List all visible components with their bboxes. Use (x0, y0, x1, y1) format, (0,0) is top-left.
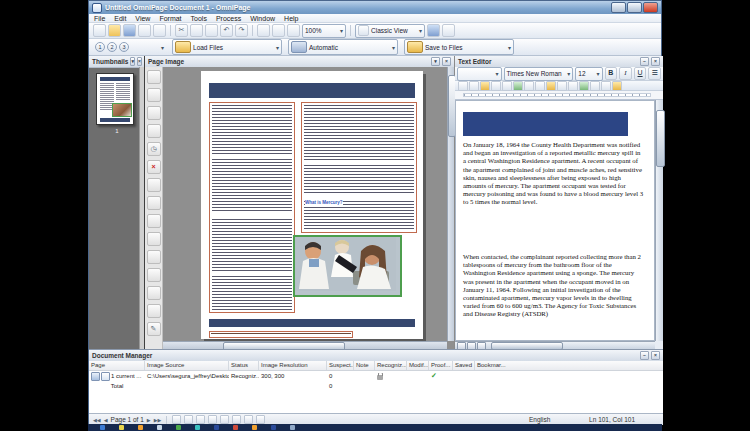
first-page-button[interactable]: ◀◀ (93, 417, 101, 423)
proofread-icon[interactable] (546, 81, 556, 91)
col-proofed[interactable]: Proof... (429, 361, 453, 370)
taskbar-app-icon[interactable] (119, 425, 124, 430)
table-zone-icon[interactable] (147, 214, 161, 228)
save-to-files-select[interactable]: Save to Files ▾ (404, 39, 514, 55)
menu-tools[interactable]: Tools (191, 15, 207, 22)
page-thumbnail[interactable] (96, 73, 134, 125)
numbering-icon[interactable] (568, 81, 578, 91)
page-image-canvas[interactable]: What is Mercury? (163, 67, 454, 349)
taskbar-app-icon[interactable] (138, 425, 143, 430)
reading-order-icon[interactable] (612, 81, 622, 91)
undo-icon[interactable]: ↶ (220, 24, 233, 37)
mark-text-icon[interactable] (458, 81, 468, 91)
load-files-select[interactable]: Load Files ▾ (172, 39, 282, 55)
paste-icon[interactable] (205, 24, 218, 37)
edit-image-icon[interactable]: ✎ (147, 322, 161, 336)
editor-vertical-scrollbar[interactable] (655, 100, 663, 341)
select-zone-icon[interactable] (147, 70, 161, 84)
status-tool-icon[interactable] (244, 415, 253, 424)
image-zone-photo[interactable] (293, 235, 402, 297)
taskbar-app-icon[interactable] (271, 425, 276, 430)
cut-icon[interactable]: ✂ (175, 24, 188, 37)
reorder-zones-icon[interactable] (147, 106, 161, 120)
last-page-button[interactable]: ▶▶ (154, 417, 162, 423)
print-preview-icon[interactable] (153, 24, 166, 37)
panel-close-button[interactable]: × (651, 57, 660, 66)
editor-paragraph[interactable]: When contacted, the complainant reported… (463, 253, 644, 319)
menu-process[interactable]: Process (216, 15, 241, 22)
menu-edit[interactable]: Edit (114, 15, 126, 22)
copy-icon[interactable] (190, 24, 203, 37)
prev-page-button[interactable]: ◀ (104, 417, 108, 423)
col-saved[interactable]: Saved (453, 361, 475, 370)
draw-zone-icon[interactable] (147, 88, 161, 102)
col-note[interactable]: Note (354, 361, 375, 370)
panel-close-button[interactable]: × (442, 57, 451, 66)
col-status[interactable]: Status (229, 361, 259, 370)
style-select[interactable]: ▾ (457, 67, 502, 81)
taskbar-app-icon[interactable] (157, 425, 162, 430)
col-image-resolution[interactable]: Image Resolution (259, 361, 327, 370)
zoom-in-icon[interactable] (147, 232, 161, 246)
menu-view[interactable]: View (135, 15, 150, 22)
minimize-button[interactable] (611, 2, 626, 13)
document-row[interactable]: 1 current ... C:\Users\segura_jeffrey\De… (89, 371, 663, 381)
dictionary-icon[interactable] (557, 81, 567, 91)
process-zones-icon[interactable]: ◷ (147, 142, 161, 156)
editor-paragraph[interactable]: On January 18, 1964 the County Health De… (463, 141, 644, 207)
status-tool-icon[interactable] (184, 415, 193, 424)
col-suspect[interactable]: Suspect... (327, 361, 354, 370)
status-tool-icon[interactable] (220, 415, 229, 424)
text-zone-icon[interactable] (147, 178, 161, 192)
menu-help[interactable]: Help (284, 15, 298, 22)
panel-menu-button[interactable]: ▾ (130, 57, 135, 66)
menu-window[interactable]: Window (250, 15, 275, 22)
workflow-step-2[interactable]: 2 (107, 42, 117, 52)
bold-button[interactable]: B (605, 67, 618, 80)
editor-document[interactable]: On January 18, 1964 the County Health De… (455, 100, 655, 341)
text-zone-caption[interactable] (209, 331, 353, 338)
zoom-magnifier-icon[interactable] (287, 24, 300, 37)
windows-taskbar[interactable] (88, 424, 662, 431)
menu-file[interactable]: File (94, 15, 105, 22)
taskbar-app-icon[interactable] (195, 425, 200, 430)
find-icon[interactable] (524, 81, 534, 91)
menu-format[interactable]: Format (159, 15, 181, 22)
taskbar-app-icon[interactable] (176, 425, 181, 430)
page-view-icon[interactable] (272, 24, 285, 37)
text-zone-left-column[interactable] (209, 102, 295, 313)
panel-menu-button[interactable]: ▾ (431, 57, 440, 66)
close-button[interactable] (643, 2, 658, 13)
zoom-out-icon[interactable] (147, 250, 161, 264)
status-tool-icon[interactable] (196, 415, 205, 424)
replace-icon[interactable] (535, 81, 545, 91)
col-modified[interactable]: Modif... (407, 361, 429, 370)
panel-minimize-button[interactable]: – (640, 351, 649, 360)
workflow-step-3[interactable]: 3 (119, 42, 129, 52)
col-page[interactable]: Page (89, 361, 145, 370)
font-family-select[interactable]: Times New Roman ▾ (504, 67, 574, 81)
italic-button[interactable]: I (619, 67, 632, 80)
insert-note-icon[interactable] (502, 81, 512, 91)
hyperlink-icon[interactable] (590, 81, 600, 91)
zone-type-icon[interactable] (147, 124, 161, 138)
new-document-icon[interactable] (93, 24, 106, 37)
rotate-page-icon[interactable] (147, 268, 161, 282)
panel-close-button[interactable]: × (137, 57, 142, 66)
view-mode-select[interactable]: Classic View ▾ (355, 24, 425, 38)
thumbnails-scrollbar[interactable] (139, 67, 144, 349)
zoom-level-select[interactable]: 100% ▾ (302, 24, 346, 38)
open-icon[interactable] (108, 24, 121, 37)
scanned-page[interactable]: What is Mercury? (201, 71, 423, 339)
facing-pages-icon[interactable] (147, 286, 161, 300)
col-image-source[interactable]: Image Source (145, 361, 229, 370)
page-horizontal-scrollbar[interactable] (163, 341, 447, 349)
thumbnail-view-icon[interactable] (257, 24, 270, 37)
page-vertical-scrollbar[interactable] (447, 67, 454, 341)
process-mode-select[interactable]: Automatic ▾ (288, 39, 398, 55)
highlight-icon[interactable] (480, 81, 490, 91)
title-bar[interactable]: Untitled OmniPage Document 1 - OmniPage (89, 1, 661, 14)
font-size-select[interactable]: 12 ▾ (575, 67, 602, 81)
mark-image-icon[interactable] (469, 81, 479, 91)
print-icon[interactable] (138, 24, 151, 37)
